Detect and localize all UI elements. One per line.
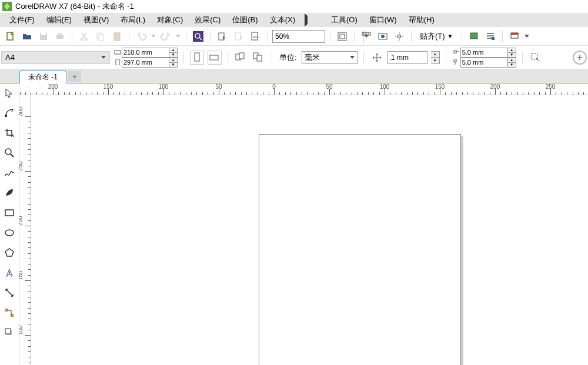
menu-window[interactable]: 窗口(W) (363, 14, 403, 26)
svg-rect-4 (56, 35, 64, 39)
paste-button[interactable] (110, 29, 124, 43)
paper-size-combo[interactable]: A4 (1, 51, 110, 64)
drop-shadow-tool[interactable] (1, 324, 18, 341)
menu-file[interactable]: 文件(F) (4, 14, 41, 26)
menu-bitmaps[interactable]: 位图(B) (226, 14, 263, 26)
redo-button[interactable] (159, 29, 173, 43)
pick-tool[interactable] (1, 85, 18, 101)
snap-to-dropdown[interactable]: 贴齐(T) ▼ (416, 30, 457, 43)
dimension-tool[interactable] (1, 284, 18, 301)
app-logo-icon (2, 2, 12, 11)
zoom-combo[interactable] (272, 30, 325, 43)
page-width-input[interactable] (122, 48, 169, 58)
rectangle-tool[interactable] (1, 205, 18, 221)
menu-view[interactable]: 视图(V) (78, 14, 115, 26)
nudge-icon (370, 51, 384, 65)
svg-rect-3 (41, 33, 46, 35)
artistic-media-tool[interactable] (1, 185, 18, 201)
publish-pdf-button[interactable]: PDF (248, 29, 262, 43)
options-button[interactable] (467, 29, 481, 43)
chevron-down-icon (101, 56, 106, 59)
svg-rect-30 (195, 53, 199, 61)
zoom-input[interactable] (273, 32, 363, 41)
portrait-button[interactable] (190, 51, 204, 65)
dup-x-spinner[interactable]: ▲▼ (507, 48, 516, 58)
canvas[interactable] (31, 95, 588, 365)
import-button[interactable] (215, 29, 229, 43)
duplicate-distance: ▲▼ ▲▼ (452, 48, 516, 68)
shape-tool[interactable] (1, 105, 18, 121)
show-rulers-button[interactable] (359, 29, 373, 43)
menu-layout[interactable]: 布局(L) (115, 14, 151, 26)
save-button[interactable] (36, 29, 51, 43)
page-height-spinner[interactable]: ▲▼ (169, 58, 178, 68)
zoom-tool[interactable] (1, 145, 18, 161)
ellipse-tool[interactable] (1, 225, 18, 241)
svg-rect-11 (115, 32, 119, 34)
svg-rect-41 (5, 210, 14, 216)
app-title: CorelDRAW X7 (64-Bit) - 未命名 -1 (15, 1, 134, 12)
nudge-spinner[interactable]: ▲▼ (431, 51, 440, 64)
welcome-screen-button[interactable] (507, 29, 522, 43)
menu-object[interactable]: 对象(C) (151, 14, 189, 26)
text-tool[interactable] (1, 264, 18, 281)
page[interactable] (259, 134, 461, 365)
page-height-input[interactable] (122, 58, 169, 68)
new-button[interactable] (4, 29, 18, 43)
property-bar: A4 ▲▼ ▲▼ 单位: 毫米 ▲▼ ▲▼ (0, 46, 588, 69)
svg-rect-5 (58, 33, 62, 35)
svg-rect-25 (492, 37, 495, 40)
show-guidelines-button[interactable] (392, 29, 406, 43)
dup-y-input[interactable] (460, 58, 507, 68)
freehand-tool[interactable] (1, 165, 18, 181)
fullscreen-preview-button[interactable] (335, 29, 349, 43)
ruler-vertical[interactable]: 30025020015010050 (19, 95, 31, 365)
svg-rect-35 (257, 55, 262, 61)
search-content-button[interactable] (191, 29, 205, 43)
units-combo[interactable]: 毫米 (302, 51, 358, 64)
doc-tab-1[interactable]: 未命名 -1 (19, 71, 66, 83)
page-dimensions: ▲▼ ▲▼ (113, 48, 178, 68)
svg-text:PDF: PDF (253, 35, 259, 39)
all-pages-button[interactable] (234, 51, 248, 65)
undo-button[interactable] (134, 29, 148, 43)
chevron-down-icon (350, 56, 355, 59)
copy-button[interactable] (93, 29, 108, 43)
app-launcher-button[interactable] (483, 29, 497, 43)
ruler-horizontal[interactable]: 25020015010050050100150200250300350 (19, 83, 588, 95)
export-button[interactable] (232, 29, 246, 43)
welcome-dropdown[interactable] (524, 35, 530, 38)
cut-button[interactable] (77, 29, 91, 43)
svg-rect-39 (5, 115, 7, 117)
add-tab-button[interactable]: + (68, 71, 81, 82)
redo-dropdown[interactable] (175, 35, 181, 38)
svg-rect-31 (210, 55, 218, 60)
current-page-button[interactable] (252, 51, 266, 65)
dup-x-icon (452, 49, 460, 55)
dup-x-input[interactable] (460, 48, 507, 58)
menu-overflow[interactable] (301, 16, 311, 24)
page-width-spinner[interactable]: ▲▼ (169, 48, 178, 58)
print-button[interactable] (53, 29, 67, 43)
menu-effects[interactable]: 效果(C) (189, 14, 226, 26)
polygon-tool[interactable] (1, 245, 18, 261)
open-button[interactable] (20, 29, 34, 43)
treat-as-filled-button[interactable] (529, 51, 543, 65)
svg-rect-12 (193, 31, 203, 42)
menu-edit[interactable]: 编辑(E) (41, 14, 78, 26)
connector-tool[interactable] (1, 304, 18, 321)
units-value: 毫米 (305, 52, 320, 63)
show-grid-button[interactable] (376, 29, 390, 43)
landscape-button[interactable] (208, 51, 222, 65)
undo-dropdown[interactable] (151, 35, 156, 38)
menu-text[interactable]: 文本(X) (264, 14, 301, 26)
nudge-distance-input[interactable] (387, 51, 427, 64)
svg-rect-24 (470, 33, 477, 39)
document-tabs: 未命名 -1 + (0, 69, 588, 83)
svg-rect-29 (116, 59, 119, 65)
menu-tools[interactable]: 工具(O) (325, 14, 363, 26)
crop-tool[interactable] (1, 125, 18, 141)
menu-help[interactable]: 帮助(H) (403, 14, 440, 26)
dup-y-spinner[interactable]: ▲▼ (507, 58, 516, 68)
add-propbar-button[interactable]: + (573, 51, 587, 65)
